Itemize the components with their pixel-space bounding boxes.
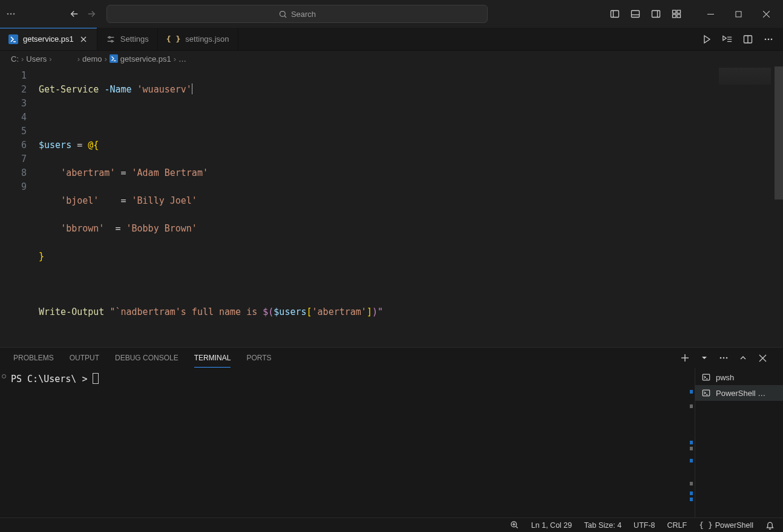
window-maximize[interactable]: [725, 1, 752, 27]
title-bar: Search: [0, 0, 783, 28]
search-placeholder: Search: [291, 10, 316, 19]
svg-rect-13: [677, 15, 681, 18]
status-notifications-icon[interactable]: [765, 521, 775, 530]
breadcrumb: C: › Users › › demo › getservice.ps1 › …: [0, 51, 783, 66]
svg-rect-11: [677, 10, 681, 13]
status-bar: Ln 1, Col 29 Tab Size: 4 UTF-8 CRLF { } …: [0, 517, 783, 532]
json-icon: { }: [166, 34, 180, 44]
status-language-mode[interactable]: { } PowerShell: [699, 521, 753, 530]
terminal-launch-profile-icon[interactable]: [697, 351, 712, 365]
panel-tab-terminal[interactable]: TERMINAL: [194, 349, 231, 368]
braces-icon: { }: [699, 521, 713, 530]
svg-rect-15: [736, 11, 741, 17]
breadcrumb-seg[interactable]: C:: [11, 54, 19, 63]
command-center-search[interactable]: Search: [106, 5, 488, 23]
editor[interactable]: 1 2 3 4 5 6 7 8 9 Get-Service -Name 'wua…: [0, 66, 783, 347]
toggle-sidebar-left-icon[interactable]: [605, 4, 624, 24]
svg-point-33: [771, 38, 773, 40]
chevron-right-icon: ›: [174, 54, 176, 63]
status-eol[interactable]: CRLF: [667, 521, 687, 530]
nav-back-icon[interactable]: [69, 8, 80, 19]
run-icon[interactable]: [698, 31, 715, 48]
powershell-icon: [8, 34, 18, 44]
svg-point-23: [108, 36, 110, 38]
bottom-panel: PROBLEMS OUTPUT DEBUG CONSOLE TERMINAL P…: [0, 347, 783, 517]
tab-settings[interactable]: Settings: [97, 28, 158, 50]
line-gutter: 1 2 3 4 5 6 7 8 9: [0, 66, 39, 347]
terminal-overview-ruler: [687, 368, 695, 517]
tab-settings-json[interactable]: { } settings.json: [158, 28, 238, 50]
svg-rect-4: [611, 11, 619, 18]
tab-label: settings.json: [185, 34, 229, 44]
chevron-right-icon: ›: [77, 54, 80, 63]
breadcrumb-seg[interactable]: demo: [82, 54, 102, 63]
chevron-right-icon: ›: [105, 54, 107, 63]
panel-tab-debug-console[interactable]: DEBUG CONSOLE: [115, 349, 179, 367]
status-zoom-icon[interactable]: [510, 521, 519, 530]
svg-point-25: [111, 41, 113, 42]
terminal-list-item[interactable]: pwsh: [695, 369, 783, 385]
app-menu-icon[interactable]: [4, 9, 17, 19]
panel-tabs: PROBLEMS OUTPUT DEBUG CONSOLE TERMINAL P…: [0, 348, 783, 368]
terminal-cursor: [93, 373, 99, 384]
svg-point-1: [10, 13, 12, 15]
svg-rect-12: [673, 15, 677, 18]
search-icon: [278, 10, 287, 19]
code-area[interactable]: Get-Service -Name 'wuauserv' $users = @{…: [39, 66, 710, 347]
svg-point-32: [768, 38, 770, 40]
settings-toggles-icon: [106, 34, 116, 44]
terminal-status-icon: [2, 374, 6, 378]
terminal-prompt: PS C:\Users\ >: [11, 374, 87, 384]
text-cursor: [192, 83, 192, 94]
svg-point-3: [280, 11, 285, 16]
chevron-right-icon: ›: [49, 54, 51, 63]
panel-more-icon[interactable]: [716, 351, 731, 365]
toggle-panel-icon[interactable]: [626, 4, 645, 24]
terminal-view[interactable]: PS C:\Users\ >: [0, 368, 687, 517]
nav-forward-icon[interactable]: [86, 8, 97, 19]
status-cursor-position[interactable]: Ln 1, Col 29: [531, 521, 572, 530]
tab-label: Settings: [120, 34, 149, 44]
tab-label: getservice.ps1: [23, 34, 74, 44]
chevron-right-icon: ›: [21, 54, 24, 63]
svg-point-31: [765, 38, 767, 40]
svg-rect-8: [652, 11, 660, 18]
status-tab-size[interactable]: Tab Size: 4: [584, 521, 621, 530]
breadcrumb-file[interactable]: getservice.ps1: [110, 54, 171, 63]
terminal-icon: [701, 389, 711, 397]
new-terminal-icon[interactable]: [678, 351, 692, 365]
svg-point-2: [13, 13, 15, 15]
run-selection-icon[interactable]: [719, 31, 736, 48]
more-actions-icon[interactable]: [760, 31, 777, 48]
panel-tab-output[interactable]: OUTPUT: [70, 349, 99, 367]
panel-maximize-icon[interactable]: [736, 351, 750, 365]
panel-tab-ports[interactable]: PORTS: [246, 349, 271, 367]
svg-point-0: [7, 13, 9, 15]
panel-close-icon[interactable]: [755, 351, 770, 365]
svg-rect-10: [673, 10, 677, 13]
customize-layout-icon[interactable]: [667, 4, 686, 24]
svg-point-40: [726, 357, 728, 359]
editor-tabs: getservice.ps1 Settings { } settings.jso…: [0, 28, 783, 51]
svg-point-39: [723, 357, 725, 359]
status-encoding[interactable]: UTF-8: [634, 521, 655, 530]
breadcrumb-tail[interactable]: …: [179, 54, 186, 63]
toggle-sidebar-right-icon[interactable]: [646, 4, 666, 24]
terminal-icon: [701, 373, 711, 381]
terminal-list: pwsh PowerShell …: [695, 368, 783, 517]
window-close[interactable]: [753, 1, 779, 27]
window-minimize[interactable]: [697, 1, 724, 27]
svg-rect-6: [632, 11, 640, 18]
split-editor-icon[interactable]: [739, 31, 756, 48]
editor-scrollbar[interactable]: [775, 66, 783, 347]
svg-point-38: [720, 357, 722, 359]
panel-tab-problems[interactable]: PROBLEMS: [13, 349, 54, 367]
terminal-list-item[interactable]: PowerShell …: [695, 385, 783, 401]
tab-close-icon[interactable]: [79, 34, 88, 44]
breadcrumb-seg[interactable]: Users: [26, 54, 47, 63]
tab-getservice[interactable]: getservice.ps1: [0, 28, 97, 50]
minimap[interactable]: [710, 66, 783, 347]
